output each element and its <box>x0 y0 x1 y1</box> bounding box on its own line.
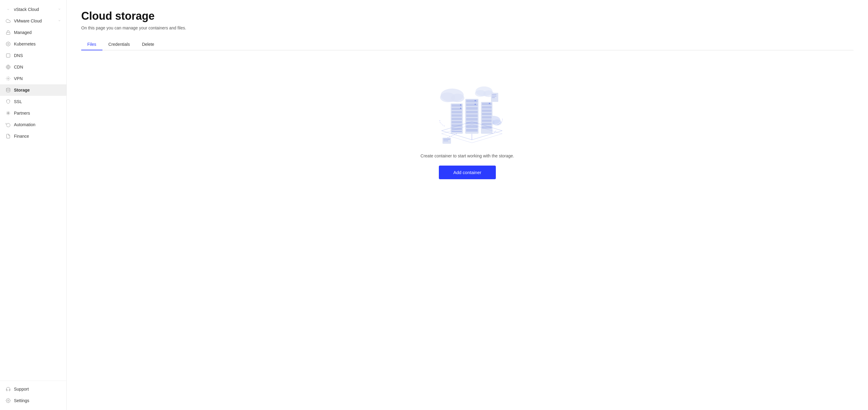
svg-rect-39 <box>466 118 478 121</box>
svg-rect-28 <box>452 124 462 127</box>
sidebar-item-label: Storage <box>14 88 30 92</box>
svg-point-31 <box>460 104 461 106</box>
chevron-down-icon <box>5 7 11 12</box>
svg-point-43 <box>475 100 476 101</box>
sidebar-item-label: DNS <box>14 53 23 58</box>
sidebar-item-label: vStack Cloud <box>14 7 39 12</box>
svg-rect-65 <box>443 139 450 140</box>
svg-point-6 <box>6 88 10 89</box>
sidebar-item-label: Partners <box>14 111 30 116</box>
sidebar-item-partners[interactable]: Partners <box>0 107 66 119</box>
sidebar-item-finance[interactable]: Finance <box>0 130 66 142</box>
svg-rect-0 <box>6 32 10 34</box>
database-icon <box>5 87 11 93</box>
svg-rect-36 <box>466 107 478 110</box>
sidebar-item-settings[interactable]: Settings <box>0 395 66 406</box>
sidebar-item-automation[interactable]: Automation <box>0 119 66 130</box>
chevron-icon <box>58 19 61 23</box>
svg-rect-57 <box>492 96 496 96</box>
chevron-icon <box>58 7 61 11</box>
svg-point-5 <box>7 78 9 79</box>
svg-rect-38 <box>466 114 478 117</box>
svg-rect-24 <box>452 111 462 113</box>
svg-rect-66 <box>443 140 448 141</box>
sidebar-item-vstack-cloud[interactable]: vStack Cloud <box>0 4 66 15</box>
tab-delete[interactable]: Delete <box>136 39 160 50</box>
sidebar-item-vmware-cloud[interactable]: VMware Cloud <box>0 15 66 27</box>
svg-rect-26 <box>452 118 462 120</box>
sidebar-item-label: Support <box>14 387 29 391</box>
headset-icon <box>5 386 11 392</box>
svg-rect-25 <box>452 114 462 117</box>
sidebar-item-managed[interactable]: Managed <box>0 27 66 38</box>
svg-rect-30 <box>452 131 462 132</box>
gear-icon <box>5 41 11 47</box>
svg-rect-35 <box>466 104 478 106</box>
svg-point-1 <box>7 43 9 45</box>
sidebar-item-vpn[interactable]: VPN <box>0 73 66 84</box>
tab-credentials[interactable]: Credentials <box>102 39 136 50</box>
svg-rect-2 <box>6 54 10 57</box>
svg-point-20 <box>493 119 502 125</box>
tabs-container: Files Credentials Delete <box>81 39 854 50</box>
tab-files[interactable]: Files <box>81 39 102 50</box>
empty-state-text: Create container to start working with t… <box>421 153 514 158</box>
svg-point-14 <box>451 94 464 102</box>
svg-rect-50 <box>482 116 492 119</box>
sidebar-item-label: VMware Cloud <box>14 19 42 23</box>
add-container-button[interactable]: Add container <box>439 166 496 179</box>
svg-rect-58 <box>492 97 495 98</box>
svg-rect-34 <box>466 100 478 102</box>
sidebar-item-label: CDN <box>14 65 23 69</box>
sidebar: vStack CloudVMware CloudManagedKubernete… <box>0 0 67 410</box>
lock-icon <box>5 30 11 35</box>
svg-rect-27 <box>452 121 462 123</box>
page-title: Cloud storage <box>81 10 854 23</box>
svg-point-32 <box>460 108 461 109</box>
svg-rect-47 <box>482 106 492 109</box>
square-icon <box>5 53 11 58</box>
sidebar-item-kubernetes[interactable]: Kubernetes <box>0 38 66 50</box>
sidebar-item-label: Automation <box>14 122 35 127</box>
svg-rect-48 <box>482 110 492 112</box>
sidebar-item-label: Kubernetes <box>14 41 36 47</box>
cloud-icon <box>5 18 11 24</box>
sidebar-item-dns[interactable]: DNS <box>0 50 66 61</box>
sidebar-item-label: Finance <box>14 134 29 139</box>
main-content: Cloud storage On this page you can manag… <box>67 0 868 410</box>
sidebar-item-cdn[interactable]: CDN <box>0 61 66 73</box>
sidebar-item-label: Settings <box>14 398 29 403</box>
svg-rect-49 <box>482 113 492 115</box>
svg-point-54 <box>489 103 490 104</box>
storage-illustration <box>425 75 510 153</box>
svg-rect-37 <box>466 111 478 113</box>
refresh-icon <box>5 122 11 127</box>
shield-icon <box>5 99 11 104</box>
svg-point-44 <box>475 104 476 105</box>
svg-rect-41 <box>466 125 478 128</box>
svg-rect-51 <box>482 119 492 122</box>
globe-icon <box>5 64 11 70</box>
svg-rect-52 <box>482 123 492 125</box>
svg-line-61 <box>446 134 457 138</box>
sidebar-item-storage[interactable]: Storage <box>0 84 66 96</box>
sidebar-item-label: SSL <box>14 99 22 104</box>
svg-rect-46 <box>482 103 492 105</box>
gear-icon <box>5 398 11 403</box>
sidebar-item-ssl[interactable]: SSL <box>0 96 66 107</box>
svg-line-62 <box>493 131 496 134</box>
sidebar-item-label: Managed <box>14 30 32 35</box>
page-subtitle: On this page you can manage your contain… <box>81 26 854 30</box>
settings-icon <box>5 76 11 81</box>
asterisk-icon <box>5 110 11 116</box>
sidebar-item-support[interactable]: Support <box>0 383 66 395</box>
sidebar-item-label: VPN <box>14 76 23 81</box>
svg-rect-56 <box>492 94 496 95</box>
svg-point-11 <box>7 400 9 401</box>
empty-state: Create container to start working with t… <box>81 62 854 192</box>
svg-rect-42 <box>466 129 478 131</box>
file-icon <box>5 134 11 139</box>
